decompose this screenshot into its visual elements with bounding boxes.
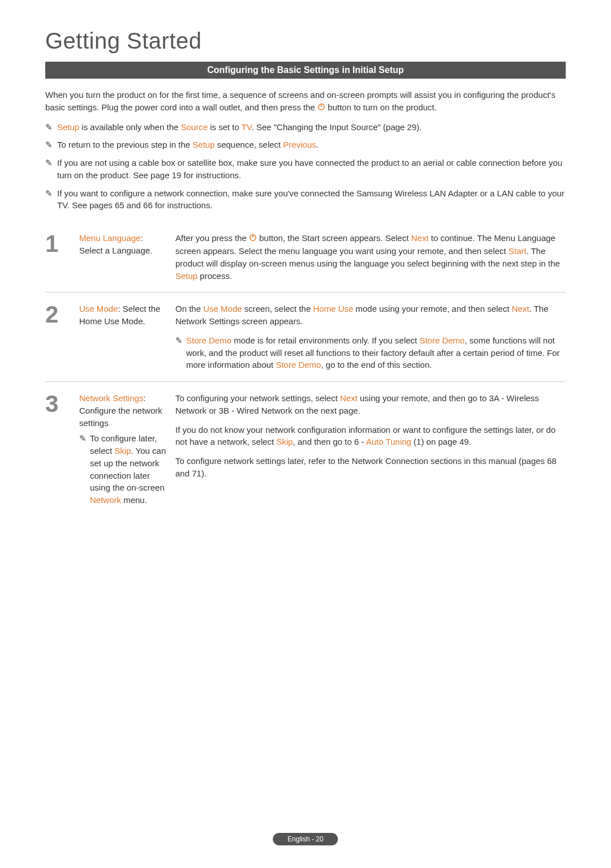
t: . — [316, 140, 319, 149]
hl: Home Use — [313, 304, 353, 313]
t: is available only when the — [79, 122, 180, 132]
hl: Setup — [175, 271, 197, 281]
t: process. — [197, 271, 232, 281]
t: mode using your remote, and then select — [353, 304, 511, 313]
step-right-p: On the Use Mode screen, select the Home … — [175, 303, 566, 328]
note-text: Setup is available only when the Source … — [57, 121, 421, 134]
step-left-title: Network Settings — [79, 393, 143, 403]
step-row: 2 Use Mode: Select the Home Use Mode. On… — [45, 293, 566, 381]
note-icon: ✎ — [79, 432, 87, 445]
step-subnote: ✎ Store Demo mode is for retail environm… — [175, 334, 566, 371]
intro-text-a: When you turn the product on for the fir… — [45, 90, 556, 112]
hl: Use Mode — [203, 304, 242, 313]
step-right: To configuring your network settings, se… — [175, 392, 566, 480]
note-item: ✎ To return to the previous step in the … — [45, 139, 566, 151]
subnote-text: To configure later, select Skip. You can… — [90, 432, 169, 506]
step-left-title: Use Mode — [79, 304, 118, 313]
hl: Previous — [283, 140, 316, 149]
step-right: After you press the button, the Start sc… — [175, 232, 566, 282]
note-item: ✎ Setup is available only when the Sourc… — [45, 121, 566, 134]
t: (1) on page 49. — [411, 437, 471, 446]
t: , and then go to 6 - — [293, 437, 366, 446]
t: , go to the end of this section. — [321, 360, 432, 369]
hl: Skip — [276, 437, 292, 446]
step-right: On the Use Mode screen, select the Home … — [175, 303, 566, 371]
step-number: 3 — [45, 392, 79, 416]
note-text: If you want to configure a network conne… — [57, 187, 566, 212]
note-icon: ✎ — [175, 334, 183, 347]
hl: Setup — [192, 140, 214, 149]
page-footer: English - 20 — [273, 833, 338, 845]
section-heading: Configuring the Basic Settings in Initia… — [45, 62, 566, 79]
note-icon: ✎ — [45, 187, 53, 200]
note-icon: ✎ — [45, 157, 53, 169]
hl: Start — [509, 246, 527, 256]
hl: Setup — [57, 122, 79, 132]
page-title: Getting Started — [45, 28, 566, 54]
step-left-subnote: ✎ To configure later, select Skip. You c… — [79, 432, 169, 506]
t: On the — [175, 304, 203, 313]
hl: Next — [340, 393, 358, 403]
step-left: Menu Language: Select a Language. — [79, 232, 175, 257]
t: . See "Changing the Input Source" (page … — [252, 122, 422, 132]
t: To configuring your network settings, se… — [175, 393, 340, 403]
hl: Store Demo — [186, 336, 231, 345]
hl: Next — [512, 304, 530, 313]
step-left: Use Mode: Select the Home Use Mode. — [79, 303, 175, 328]
hl: Store Demo — [276, 360, 321, 369]
step-right-p: To configure network settings later, ref… — [175, 455, 566, 480]
intro-text-b: button to turn on the product. — [328, 102, 437, 112]
note-text: To return to the previous step in the Se… — [57, 139, 319, 151]
step-right-p: After you press the button, the Start sc… — [175, 232, 566, 282]
hl: Store Demo — [419, 336, 464, 345]
power-icon — [249, 233, 257, 245]
note-item: ✎ If you are not using a cable box or sa… — [45, 157, 566, 182]
step-left-title: Menu Language — [79, 233, 140, 243]
t: button, the Start screen appears. Select — [257, 233, 411, 243]
note-text: If you are not using a cable box or sate… — [57, 157, 566, 182]
step-left: Network Settings: Configure the network … — [79, 392, 175, 506]
step-number: 1 — [45, 232, 79, 256]
intro-paragraph: When you turn the product on for the fir… — [45, 89, 566, 114]
hl: TV — [242, 122, 252, 132]
hl: Network — [90, 495, 121, 505]
power-icon — [317, 102, 325, 114]
t: To return to the previous step in the — [57, 140, 192, 149]
note-icon: ✎ — [45, 121, 53, 134]
steps-table: 1 Menu Language: Select a Language. Afte… — [45, 222, 566, 517]
note-icon: ✎ — [45, 139, 53, 151]
t: is set to — [208, 122, 242, 132]
note-list: ✎ Setup is available only when the Sourc… — [45, 121, 566, 212]
step-row: 1 Menu Language: Select a Language. Afte… — [45, 222, 566, 292]
step-right-p: To configuring your network settings, se… — [175, 392, 566, 417]
note-item: ✎ If you want to configure a network con… — [45, 187, 566, 212]
t: sequence, select — [215, 140, 283, 149]
t: menu. — [121, 495, 147, 505]
hl: Next — [411, 233, 429, 243]
t: screen, select the — [242, 304, 313, 313]
subnote-text: Store Demo mode is for retail environmen… — [186, 334, 566, 371]
step-right-p: If you do not know your network configur… — [175, 424, 566, 449]
hl: Skip — [114, 446, 131, 456]
hl: Auto Tuning — [366, 437, 411, 446]
step-number: 2 — [45, 303, 79, 326]
step-row: 3 Network Settings: Configure the networ… — [45, 382, 566, 517]
t: mode is for retail environments only. If… — [231, 336, 419, 345]
hl: Source — [180, 122, 208, 132]
t: After you press the — [175, 233, 249, 243]
